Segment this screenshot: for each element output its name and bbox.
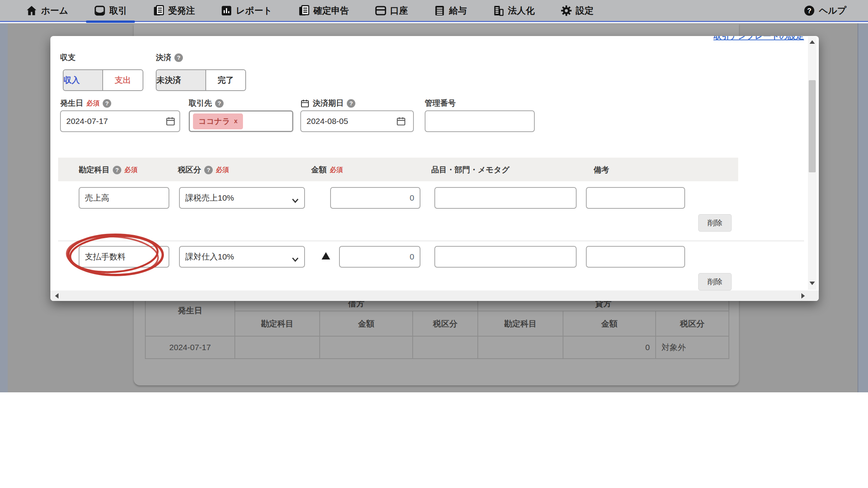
top-nav: ホーム 取引 受発注 レポート 確定申告: [0, 0, 868, 22]
transaction-modal: 取引テンプレートの設定 収支 収入 支出 決済 ? 未決済 完了 発生日 必須 …: [50, 36, 819, 301]
nav-item-help[interactable]: ? ヘルプ: [803, 0, 846, 22]
vertical-scrollbar[interactable]: [808, 37, 816, 290]
calendar-icon: [300, 99, 310, 108]
nav-item-label: 設定: [576, 5, 594, 17]
delete-row1-button[interactable]: 削除: [698, 214, 732, 232]
tags-column-header: 品目・部門・メモタグ: [431, 165, 510, 175]
nav-item-incorporation[interactable]: 法人化: [493, 0, 535, 22]
documents-icon: [298, 5, 310, 17]
wallet-icon: [375, 5, 387, 17]
help-circle-icon[interactable]: ?: [174, 53, 183, 62]
nav-item-reports[interactable]: レポート: [220, 0, 272, 22]
ledger-subheader-account: 勘定科目: [235, 311, 320, 336]
gear-icon: [560, 5, 572, 17]
amount-input-row1[interactable]: [330, 187, 420, 209]
vertical-scrollbar-thumb[interactable]: [809, 80, 816, 172]
note-input-row1[interactable]: [586, 187, 685, 209]
scroll-left-icon[interactable]: [55, 293, 59, 299]
ledger-subheader-account: 勘定科目: [478, 311, 563, 336]
help-circle-icon[interactable]: ?: [347, 99, 355, 108]
amount-input-row2[interactable]: [339, 246, 420, 268]
settlement-label: 決済 ?: [156, 52, 183, 63]
page-right-edge: [858, 23, 868, 392]
note-column-header: 備考: [594, 165, 609, 175]
tags-input-row2[interactable]: [434, 246, 577, 268]
nav-item-label: レポート: [236, 5, 272, 17]
nav-item-tax-return[interactable]: 確定申告: [298, 0, 349, 22]
documents-icon: [153, 5, 165, 17]
help-circle-icon[interactable]: ?: [103, 99, 111, 108]
help-circle-icon[interactable]: ?: [215, 99, 224, 108]
ledger-subheader-amount: 金額: [563, 311, 656, 336]
nav-item-payroll[interactable]: 給与: [434, 0, 467, 22]
expense-toggle-button[interactable]: 支出: [102, 70, 143, 90]
ledger-subheader-tax: 税区分: [656, 311, 729, 336]
partner-label: 取引先 ?: [189, 98, 224, 108]
scroll-right-icon[interactable]: [801, 293, 805, 299]
required-badge: 必須: [86, 99, 100, 108]
horizontal-scrollbar[interactable]: [50, 290, 819, 301]
tax-column-header: 税区分 ? 必須: [178, 165, 229, 175]
warning-triangle-icon: [322, 252, 330, 259]
nav-item-label: 取引: [109, 5, 127, 17]
ledger-cell-credit-tax: 対象外: [656, 336, 729, 359]
income-expense-label: 収支: [60, 52, 76, 63]
admin-number-label: 管理番号: [425, 98, 456, 108]
nav-item-label: ホーム: [41, 5, 68, 17]
nav-item-settings[interactable]: 設定: [560, 0, 594, 22]
ledger-cell-credit-account: [478, 336, 563, 359]
partner-input[interactable]: ココナラ x: [189, 110, 293, 132]
bar-chart-icon: [220, 5, 232, 17]
row-divider: [58, 241, 804, 241]
tag-remove-icon[interactable]: x: [234, 118, 238, 125]
chevron-down-icon: [292, 254, 299, 259]
income-toggle-button[interactable]: 収入: [64, 70, 102, 90]
calendar-icon[interactable]: [165, 116, 176, 126]
tax-category-select-row2[interactable]: 課対仕入10%: [179, 246, 305, 268]
nav-item-label: 受発注: [168, 5, 195, 17]
account-input-row1[interactable]: [79, 187, 169, 209]
page-left-edge: [0, 23, 8, 392]
account-input-row2[interactable]: [79, 246, 169, 268]
help-circle-icon[interactable]: ?: [204, 166, 213, 174]
issue-date-input[interactable]: [60, 110, 180, 132]
ledger-cell-date: 2024-07-17: [145, 336, 235, 359]
required-badge: 必須: [216, 165, 229, 174]
account-column-header: 勘定科目 ? 必須: [79, 165, 138, 175]
scroll-up-icon[interactable]: [809, 40, 815, 44]
tags-input-row1[interactable]: [434, 187, 577, 209]
ledger-cell-debit-tax: [413, 336, 478, 359]
nav-item-label: 口座: [390, 5, 408, 17]
list-icon: [434, 5, 446, 17]
ledger-row: 2024-07-17 0 対象外: [145, 336, 729, 359]
ledger-cell-credit-amount: 0: [563, 336, 656, 359]
nav-item-accounts[interactable]: 口座: [375, 0, 408, 22]
nav-item-orders[interactable]: 受発注: [153, 0, 195, 22]
admin-number-input[interactable]: [425, 110, 535, 132]
note-input-row2[interactable]: [586, 246, 685, 268]
unsettled-toggle-button[interactable]: 未決済: [157, 70, 205, 90]
required-badge: 必須: [330, 165, 343, 174]
income-expense-toggle: 収入 支出: [63, 69, 143, 91]
help-circle-icon[interactable]: ?: [113, 166, 121, 174]
partner-tag: ココナラ x: [193, 113, 243, 129]
calendar-icon[interactable]: [396, 116, 406, 126]
settled-toggle-button[interactable]: 完了: [205, 70, 245, 90]
delete-row2-button[interactable]: 削除: [698, 273, 732, 290]
template-settings-link[interactable]: 取引テンプレートの設定: [713, 36, 804, 41]
nav-item-label: 確定申告: [313, 5, 349, 17]
ledger-cell-debit-amount: [320, 336, 413, 359]
chevron-down-icon: [292, 196, 299, 200]
page-bottom-whitespace: [0, 392, 868, 488]
line-items-header: 勘定科目 ? 必須 税区分 ? 必須 金額 必須 品目・部門・メモタグ 備考: [58, 158, 738, 181]
building-icon: [493, 5, 505, 17]
nav-item-transactions[interactable]: 取引: [94, 0, 127, 22]
home-icon: [26, 5, 38, 17]
svg-text:?: ?: [807, 7, 811, 14]
ledger-cell-debit-account: [235, 336, 320, 359]
nav-item-home[interactable]: ホーム: [26, 0, 68, 22]
transactions-icon: [94, 5, 106, 17]
tax-category-select-row1[interactable]: 課税売上10%: [179, 187, 305, 209]
due-date-label: 決済期日 ?: [300, 98, 355, 108]
scroll-down-icon[interactable]: [809, 282, 815, 285]
